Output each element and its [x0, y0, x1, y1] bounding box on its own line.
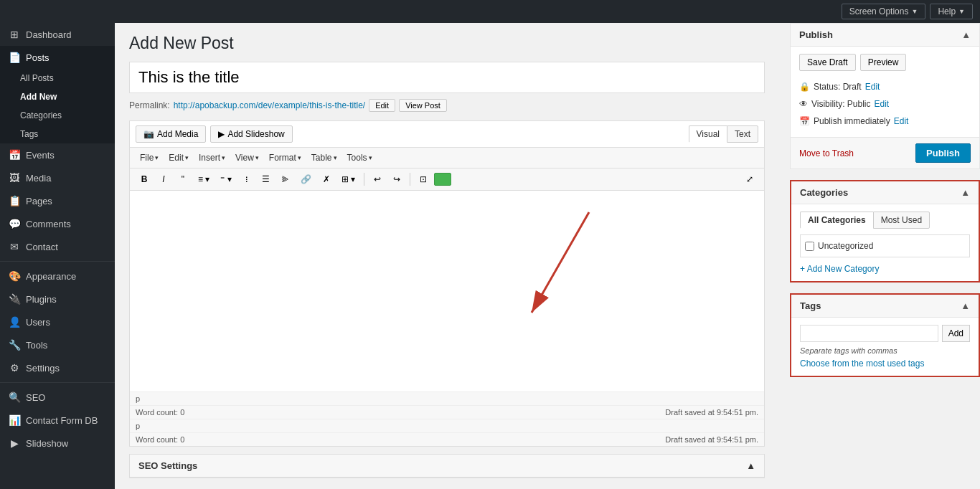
status-icon: 🔒 [799, 82, 810, 92]
permalink-edit-button[interactable]: Edit [369, 99, 395, 112]
sidebar-item-plugins[interactable]: 🔌 Plugins [0, 288, 115, 310]
posts-icon: 📄 [9, 52, 20, 63]
add-new-category-link[interactable]: + Add New Category [800, 264, 879, 274]
sidebar-item-seo[interactable]: 🔍 SEO [0, 386, 115, 409]
categories-box-body: All Categories Most Used Uncategorized +… [791, 204, 979, 281]
add-slideshow-button[interactable]: ▶ Add Slideshow [210, 125, 292, 143]
editor-body[interactable] [130, 191, 764, 391]
save-draft-button[interactable]: Save Draft [799, 54, 856, 71]
status-edit-link[interactable]: Edit [865, 82, 880, 92]
insert-chevron-icon: ▾ [222, 154, 225, 161]
publish-time-edit-link[interactable]: Edit [894, 116, 909, 126]
sidebar-item-posts[interactable]: 📄 Posts [0, 46, 115, 69]
seo-header[interactable]: SEO Settings ▲ [130, 455, 764, 478]
menu-edit[interactable]: Edit ▾ [164, 151, 193, 165]
sidebar-item-tools[interactable]: 🔧 Tools [0, 333, 115, 356]
add-media-button[interactable]: 📷 Add Media [136, 125, 206, 143]
seo-header-label: SEO Settings [138, 460, 197, 471]
tags-box-title: Tags [800, 300, 821, 311]
menu-file[interactable]: File ▾ [136, 151, 163, 165]
choose-tags-link[interactable]: Choose from the most used tags [800, 359, 924, 369]
blockquote-button[interactable]: " [174, 171, 192, 187]
categories-collapse-icon: ▲ [961, 187, 970, 198]
permalink-label: Permalink: [129, 100, 170, 110]
move-to-trash-link[interactable]: Move to Trash [799, 148, 854, 158]
fullscreen-button[interactable]: ⤢ [741, 171, 758, 187]
unlink-button[interactable]: ✗ [318, 171, 335, 187]
menu-insert[interactable]: Insert ▾ [194, 151, 230, 165]
menu-format[interactable]: Format ▾ [265, 151, 306, 165]
tab-visual[interactable]: Visual [689, 125, 727, 143]
tags-input[interactable] [800, 325, 938, 342]
undo-button[interactable]: ↩ [369, 171, 386, 187]
pages-icon: 📋 [9, 195, 20, 206]
italic-button[interactable]: I [155, 171, 172, 187]
post-title-input[interactable] [129, 62, 765, 93]
comments-icon: 💬 [9, 218, 20, 229]
editor-word-count-row1: Word count: 0 Draft saved at 9:54:51 pm. [130, 405, 764, 419]
table-format-button[interactable]: ⊡ [415, 171, 432, 187]
permalink-url[interactable]: http://apobackup.com/dev/example/this-is… [174, 100, 365, 110]
format-chevron-icon: ▾ [298, 154, 301, 161]
list-item: Uncategorized [805, 239, 965, 252]
bold-button[interactable]: B [136, 171, 153, 187]
sidebar-item-slideshow[interactable]: ▶ Slideshow [0, 432, 115, 455]
ordered-list-button[interactable]: ⁼ ▾ [216, 171, 235, 187]
help-chevron-icon: ▼ [958, 8, 965, 15]
editor-format-row: B I " ≡ ▾ ⁼ ▾ ⫶ ☰ ⫸ 🔗 ✗ ⊞ ▾ ↩ ↪ ⊡ ⤢ [130, 168, 764, 191]
media-icon: 🖼 [9, 172, 20, 184]
tools-chevron-icon: ▾ [369, 154, 372, 161]
sidebar-item-contact-form-db[interactable]: 📊 Contact Form DB [0, 409, 115, 432]
seo-section: SEO Settings ▲ [129, 454, 765, 478]
sidebar-item-tags[interactable]: Tags [0, 125, 115, 143]
view-post-button[interactable]: View Post [399, 99, 447, 112]
color-button[interactable] [434, 173, 451, 186]
sidebar-item-dashboard[interactable]: ⊞ Dashboard [0, 23, 115, 46]
screen-options-button[interactable]: Screen Options ▼ [842, 4, 926, 19]
tab-text[interactable]: Text [727, 125, 758, 143]
sidebar-divider1 [0, 261, 115, 262]
menu-tools[interactable]: Tools ▾ [343, 151, 377, 165]
align-right-button[interactable]: ⫸ [277, 171, 294, 187]
add-tag-button[interactable]: Add [942, 325, 970, 342]
editor-toolbar-row1: 📷 Add Media ▶ Add Slideshow Visual Text [130, 121, 764, 148]
sidebar-item-pages[interactable]: 📋 Pages [0, 189, 115, 212]
add-slideshow-icon: ▶ [218, 129, 225, 139]
sidebar-item-media[interactable]: 🖼 Media [0, 166, 115, 189]
unordered-list-button[interactable]: ≡ ▾ [194, 171, 214, 187]
sidebar-item-settings[interactable]: ⚙ Settings [0, 356, 115, 379]
preview-button[interactable]: Preview [860, 54, 907, 71]
category-label-uncategorized: Uncategorized [818, 241, 873, 251]
tags-input-row: Add [800, 325, 970, 342]
redo-button[interactable]: ↪ [388, 171, 405, 187]
help-button[interactable]: Help ▼ [930, 4, 973, 19]
sidebar-item-add-new[interactable]: Add New [0, 87, 115, 106]
link-button[interactable]: 🔗 [296, 171, 316, 187]
align-left-button[interactable]: ⫶ [238, 171, 255, 187]
tab-all-categories[interactable]: All Categories [800, 212, 873, 229]
sidebar-item-categories[interactable]: Categories [0, 106, 115, 125]
visual-text-tabs: Visual Text [689, 125, 758, 143]
sidebar-item-events[interactable]: 📅 Events [0, 143, 115, 166]
sidebar-item-all-posts[interactable]: All Posts [0, 69, 115, 87]
publish-collapse-icon: ▲ [961, 29, 971, 40]
sidebar-item-users[interactable]: 👤 Users [0, 310, 115, 333]
sidebar-item-contact[interactable]: ✉ Contact [0, 235, 115, 258]
seo-collapse-icon: ▲ [746, 460, 755, 471]
table-insert-button[interactable]: ⊞ ▾ [337, 171, 359, 187]
editor-menu-row: File ▾ Edit ▾ Insert ▾ View ▾ Format ▾ T… [130, 148, 764, 168]
menu-table[interactable]: Table ▾ [307, 151, 341, 165]
category-checkbox-uncategorized[interactable] [805, 242, 814, 251]
sidebar-item-appearance[interactable]: 🎨 Appearance [0, 265, 115, 288]
menu-view[interactable]: View ▾ [231, 151, 263, 165]
publish-button[interactable]: Publish [915, 143, 971, 163]
align-center-button[interactable]: ☰ [258, 171, 275, 187]
sidebar-item-comments[interactable]: 💬 Comments [0, 212, 115, 235]
edit-chevron-icon: ▾ [185, 154, 189, 161]
tags-box-body: Add Separate tags with commas Choose fro… [791, 318, 979, 376]
tab-most-used[interactable]: Most Used [873, 212, 930, 229]
tags-box-header: Tags ▲ [791, 295, 979, 318]
publish-box: Publish ▲ Save Draft Preview 🔒 Status: D… [790, 23, 980, 169]
visibility-edit-link[interactable]: Edit [875, 99, 890, 109]
page-title: Add New Post [129, 34, 765, 53]
